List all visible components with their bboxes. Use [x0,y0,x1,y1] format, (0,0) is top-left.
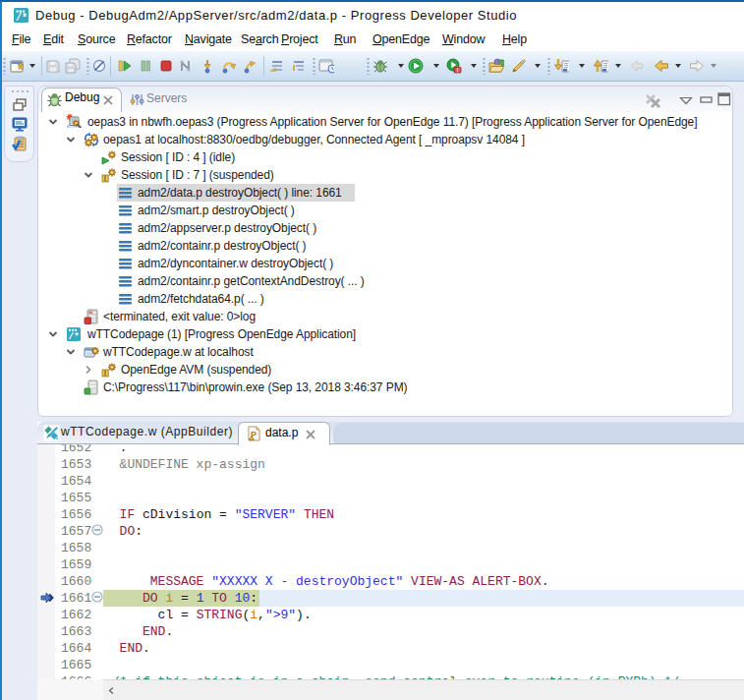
svg-text:/*: /* [16,13,28,24]
